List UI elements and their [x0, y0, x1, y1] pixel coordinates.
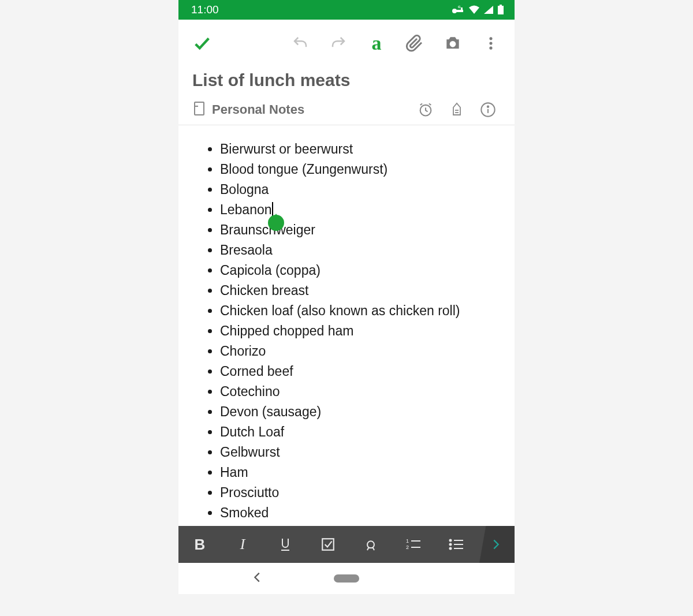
svg-text:2: 2	[406, 544, 409, 550]
svg-rect-10	[195, 102, 204, 115]
underline-button[interactable]	[264, 536, 307, 552]
list-item[interactable]: Bierwurst or beerwurst	[220, 139, 501, 159]
bullet-list[interactable]: Bierwurst or beerwurstBlood tongue (Zung…	[192, 139, 501, 523]
list-item[interactable]: Dutch Loaf	[220, 422, 501, 442]
notebook-icon	[192, 100, 206, 119]
undo-button[interactable]	[281, 24, 319, 62]
back-button[interactable]	[251, 571, 264, 586]
note-meta-row: Personal Notes	[178, 98, 515, 125]
format-more-button[interactable]	[478, 526, 515, 563]
attach-button[interactable]	[396, 24, 434, 62]
svg-rect-2	[461, 8, 463, 11]
list-item[interactable]: Corned beef	[220, 361, 501, 382]
camera-button[interactable]	[434, 24, 472, 62]
list-item[interactable]: Chicken loaf (also known as chicken roll…	[220, 301, 501, 321]
list-item[interactable]: Lebanon	[220, 200, 501, 220]
svg-text:1: 1	[406, 538, 409, 544]
notebook-selector[interactable]: Personal Notes	[212, 102, 407, 117]
android-nav-bar	[178, 563, 515, 594]
svg-point-9	[489, 47, 492, 50]
svg-point-17	[487, 106, 489, 107]
svg-point-25	[450, 544, 452, 546]
done-button[interactable]	[183, 24, 221, 62]
numbered-list-button[interactable]: 12	[392, 537, 435, 551]
svg-point-24	[450, 540, 452, 542]
battery-icon	[497, 5, 504, 15]
svg-point-6	[450, 41, 456, 47]
editor-toolbar: a	[178, 20, 515, 67]
list-item[interactable]: Capicola (coppa)	[220, 260, 501, 281]
list-item[interactable]: Prosciutto	[220, 483, 501, 503]
signal-icon	[483, 5, 494, 14]
svg-rect-19	[322, 539, 334, 550]
italic-button[interactable]: I	[221, 536, 264, 553]
note-title[interactable]: List of lunch meats	[192, 70, 501, 90]
text-cursor-handle[interactable]	[268, 215, 284, 231]
bullet-list-button[interactable]	[435, 537, 478, 551]
list-item[interactable]: Blood tongue (Zungenwurst)	[220, 159, 501, 180]
list-item[interactable]: Chicken breast	[220, 281, 501, 301]
svg-text:G: G	[458, 5, 461, 9]
wifi-icon	[468, 5, 480, 14]
list-item[interactable]: Smoked	[220, 503, 501, 523]
list-item[interactable]: Ham	[220, 462, 501, 483]
bold-button[interactable]: B	[178, 536, 221, 554]
svg-rect-5	[500, 5, 502, 6]
list-item[interactable]: Bresaola	[220, 240, 501, 260]
vpn-key-icon: G	[451, 5, 465, 14]
list-item[interactable]: Gelbwurst	[220, 442, 501, 462]
svg-point-8	[489, 42, 492, 44]
list-item[interactable]: Braunschweiger	[220, 220, 501, 240]
tag-button[interactable]	[444, 102, 470, 118]
svg-point-7	[489, 37, 492, 40]
more-options-button[interactable]	[472, 24, 510, 62]
note-body[interactable]: Bierwurst or beerwurstBlood tongue (Zung…	[178, 125, 515, 526]
reminder-button[interactable]	[413, 102, 438, 118]
list-item[interactable]: Chipped chopped ham	[220, 321, 501, 341]
list-item[interactable]: Bologna	[220, 180, 501, 200]
highlight-button[interactable]	[349, 536, 392, 552]
info-button[interactable]	[475, 102, 501, 118]
list-item[interactable]: Cotechino	[220, 382, 501, 402]
checkbox-button[interactable]	[307, 537, 349, 552]
text-style-button[interactable]: a	[357, 24, 396, 62]
redo-button[interactable]	[319, 24, 357, 62]
status-bar: 11:00 G	[178, 0, 515, 20]
list-item[interactable]: Chorizo	[220, 341, 501, 361]
format-toolbar: B I 12	[178, 526, 515, 563]
home-gesture-pill[interactable]	[334, 574, 359, 583]
clock: 11:00	[191, 3, 219, 16]
status-icons: G	[451, 5, 504, 15]
svg-rect-4	[498, 6, 504, 14]
svg-point-0	[452, 9, 457, 13]
app-screen: 11:00 G a List of lunch meat	[178, 0, 515, 594]
list-item[interactable]: Devon (sausage)	[220, 402, 501, 422]
svg-point-26	[450, 548, 452, 550]
title-area[interactable]: List of lunch meats	[178, 67, 515, 98]
